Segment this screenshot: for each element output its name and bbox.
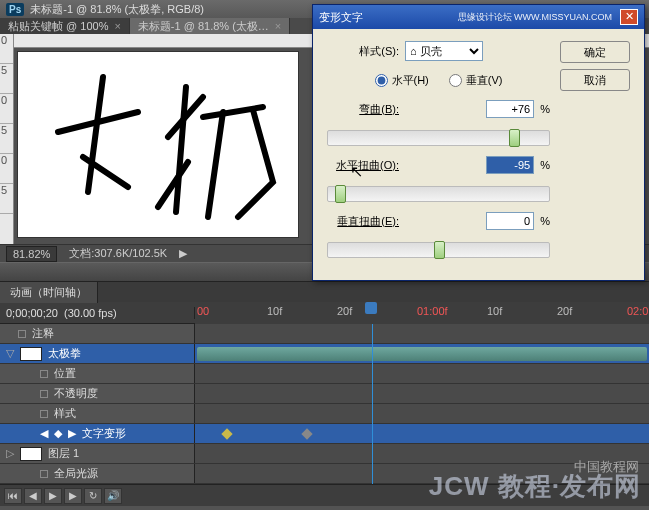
sublayer-row[interactable]: ▷图层 1 [0,444,649,464]
vertical-ruler: 050505 [0,34,14,244]
rewind-icon[interactable]: ⏮ [4,488,22,504]
horizontal-radio[interactable] [375,74,388,87]
forum-credit: 思缘设计论坛 WWW.MISSYUAN.COM [458,11,613,24]
time-ruler[interactable]: 00 10f 20f 01:00f 10f 20f 02:0 [195,302,649,324]
stopwatch-icon[interactable] [40,470,48,478]
fps: (30.00 fps) [64,307,117,319]
layer-thumb [20,447,42,461]
prev-key-icon[interactable]: ◀ [40,427,48,440]
add-key-icon[interactable]: ◆ [54,427,62,440]
dialog-titlebar[interactable]: 变形文字 思缘设计论坛 WWW.MISSYUAN.COM ✕ [313,5,644,29]
ps-logo: Ps [6,3,24,16]
text-warp-row[interactable]: ◀◆▶文字变形 [0,424,649,444]
style-select[interactable]: ⌂ 贝壳 [405,41,483,61]
hdist-input[interactable] [486,156,534,174]
hdist-slider[interactable] [327,186,550,202]
timeline-panel: 0;00;00;20 (30.00 fps) 00 10f 20f 01:00f… [0,302,649,506]
doc-tab-1[interactable]: 未标题-1 @ 81.8% (太极…× [130,18,290,34]
dialog-title: 变形文字 [319,10,363,25]
timecode[interactable]: 0;00;00;20 [6,307,58,319]
vertical-radio[interactable] [449,74,462,87]
loop-icon[interactable]: ↻ [84,488,102,504]
stopwatch-icon[interactable] [18,330,26,338]
vdist-label: 垂直扭曲(E): [327,214,399,229]
disclosure-icon[interactable]: ▷ [6,447,14,460]
animation-panel-tabbar: 动画（时间轴） [0,282,649,302]
clip-bar[interactable] [197,347,647,361]
playhead[interactable] [365,302,377,314]
canvas[interactable] [18,52,298,237]
bend-slider[interactable] [327,130,550,146]
close-icon[interactable]: × [275,20,281,32]
prev-frame-icon[interactable]: ◀ [24,488,42,504]
close-icon[interactable]: × [114,20,120,32]
next-key-icon[interactable]: ▶ [68,427,76,440]
close-icon[interactable]: ✕ [620,9,638,25]
audio-icon[interactable]: 🔊 [104,488,122,504]
warp-text-dialog: 变形文字 思缘设计论坛 WWW.MISSYUAN.COM ✕ 样式(S): ⌂ … [312,4,645,281]
play-icon[interactable]: ▶ [179,247,187,260]
timeline-controls: ⏮ ◀ ▶ ▶ ↻ 🔊 [0,484,649,506]
bend-input[interactable] [486,100,534,118]
layer-row[interactable]: ▽太极拳 [0,344,649,364]
next-frame-icon[interactable]: ▶ [64,488,82,504]
style-label: 样式(S): [327,44,399,59]
doc-info: 文档:307.6K/102.5K [69,246,167,261]
vdist-input[interactable] [486,212,534,230]
stopwatch-icon[interactable] [40,370,48,378]
app-title: 未标题-1 @ 81.8% (太极拳, RGB/8) [30,2,204,17]
play-icon[interactable]: ▶ [44,488,62,504]
hdist-label: 水平扭曲(O): [327,158,399,173]
keyframe-icon[interactable] [221,428,232,439]
vdist-slider[interactable] [327,242,550,258]
calligraphy-text [28,62,288,232]
animation-tab[interactable]: 动画（时间轴） [0,282,98,303]
ok-button[interactable]: 确定 [560,41,630,63]
stopwatch-icon[interactable] [40,390,48,398]
disclosure-icon[interactable]: ▽ [6,347,14,360]
bend-label: 弯曲(B): [327,102,399,117]
keyframe-icon[interactable] [301,428,312,439]
doc-tab-0[interactable]: 粘贴关键帧 @ 100%× [0,18,130,34]
layer-thumb [20,347,42,361]
stopwatch-icon[interactable] [40,410,48,418]
cancel-button[interactable]: 取消 [560,69,630,91]
zoom-level[interactable]: 81.82% [6,246,57,262]
